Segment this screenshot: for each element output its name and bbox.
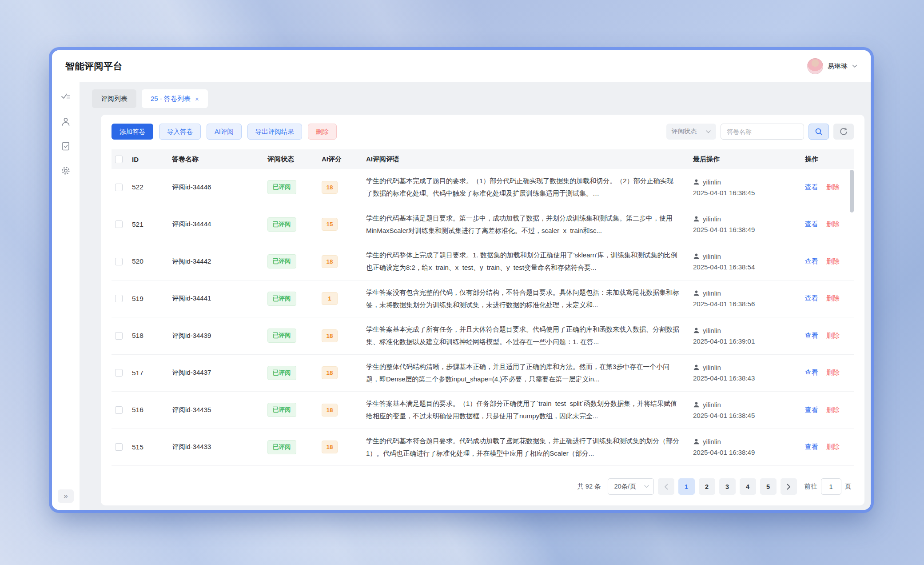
chevron-right-icon — [787, 484, 791, 490]
next-page-button[interactable] — [781, 478, 797, 495]
user-icon[interactable] — [60, 116, 71, 127]
score-badge: 18 — [322, 366, 338, 379]
row-checkbox[interactable] — [115, 258, 123, 265]
gear-icon[interactable] — [60, 165, 71, 176]
tab-answer-sheets[interactable]: 25 - 答卷列表 × — [142, 89, 208, 108]
page-button[interactable]: 4 — [740, 478, 756, 495]
goto-page-input[interactable] — [821, 478, 841, 495]
search-icon — [815, 128, 823, 136]
person-icon — [693, 327, 700, 334]
score-badge: 1 — [322, 292, 338, 305]
search-button[interactable] — [808, 124, 829, 140]
delete-link[interactable]: 删除 — [826, 369, 840, 377]
person-icon — [693, 179, 700, 185]
delete-button[interactable]: 删除 — [308, 124, 337, 140]
score-badge: 18 — [322, 181, 338, 194]
table-row: 519 评阅id-34441 已评阅 1 学生答案没有包含完整的代码，仅有部分结… — [112, 280, 854, 318]
sidebar: » — [52, 82, 80, 510]
view-link[interactable]: 查看 — [805, 406, 818, 414]
page-button[interactable]: 2 — [699, 478, 715, 495]
delete-link[interactable]: 删除 — [826, 183, 840, 192]
prev-page-button[interactable] — [658, 478, 674, 495]
answer-table: ID 答卷名称 评阅状态 AI评分 AI评阅评语 最后操作 操作 522 — [112, 149, 854, 469]
row-name: 评阅id-34444 — [172, 220, 267, 228]
status-badge: 已评阅 — [267, 217, 296, 232]
header-ops: 操作 — [805, 155, 854, 164]
view-link[interactable]: 查看 — [805, 369, 818, 377]
select-all-checkbox[interactable] — [115, 156, 123, 163]
operator-name: yilinlin — [703, 327, 721, 334]
answer-name-input[interactable] — [721, 124, 804, 140]
operation-time: 2025-04-01 16:38:45 — [693, 412, 801, 419]
ai-review-button[interactable]: AI评阅 — [207, 124, 242, 140]
import-answer-button[interactable]: 导入答卷 — [159, 124, 201, 140]
table-row: 520 评阅id-34442 已评阅 18 学生的代码整体上完成了题目要求。1.… — [112, 243, 854, 280]
delete-link[interactable]: 删除 — [826, 443, 840, 451]
row-checkbox[interactable] — [115, 406, 123, 414]
delete-link[interactable]: 删除 — [826, 257, 840, 266]
row-checkbox[interactable] — [115, 369, 123, 377]
row-checkbox[interactable] — [115, 295, 123, 302]
checklist-icon[interactable] — [60, 92, 71, 103]
person-icon — [693, 364, 700, 371]
view-link[interactable]: 查看 — [805, 294, 818, 303]
row-id: 519 — [132, 295, 172, 303]
page-size-select[interactable]: 20条/页 — [608, 478, 654, 495]
row-id: 520 — [132, 257, 172, 265]
row-checkbox[interactable] — [115, 220, 123, 228]
chevron-left-icon — [664, 484, 668, 490]
page-button[interactable]: 3 — [719, 478, 736, 495]
score-badge: 18 — [322, 441, 338, 453]
last-operation: yilinlin 2025-04-01 16:39:01 — [693, 327, 805, 345]
delete-link[interactable]: 删除 — [826, 406, 840, 414]
total-count: 共 92 条 — [577, 482, 601, 491]
view-link[interactable]: 查看 — [805, 257, 818, 266]
header-score: AI评分 — [322, 155, 366, 164]
operation-time: 2025-04-01 16:38:54 — [693, 263, 801, 271]
ai-comment: 学生答案基本满足题目的要求。（1）任务部分正确使用了`train_test_sp… — [366, 397, 680, 422]
page-button[interactable]: 5 — [760, 478, 777, 495]
operator-name: yilinlin — [703, 438, 721, 445]
operator-name: yilinlin — [703, 401, 721, 409]
chevron-down-icon — [644, 485, 649, 488]
page-button[interactable]: 1 — [678, 478, 695, 495]
export-results-button[interactable]: 导出评阅结果 — [247, 124, 302, 140]
view-link[interactable]: 查看 — [805, 220, 818, 228]
view-link[interactable]: 查看 — [805, 183, 818, 192]
table-row: 518 评阅id-34439 已评阅 18 学生答案基本完成了所有任务，并且大体… — [112, 317, 854, 355]
operator-name: yilinlin — [703, 289, 721, 297]
close-icon[interactable]: × — [195, 96, 199, 102]
row-checkbox[interactable] — [115, 332, 123, 340]
ai-comment: 学生答案基本完成了所有任务，并且大体符合题目要求。代码使用了正确的库和函数来载入… — [366, 323, 680, 348]
last-operation: yilinlin 2025-04-01 16:38:49 — [693, 438, 805, 456]
delete-link[interactable]: 删除 — [826, 294, 840, 303]
review-status-select[interactable]: 评阅状态 — [666, 124, 716, 140]
goto-label: 前往 — [805, 482, 817, 491]
last-operation: yilinlin 2025-04-01 16:38:43 — [693, 364, 805, 382]
user-menu[interactable]: 易琳琳 — [807, 58, 857, 74]
delete-link[interactable]: 删除 — [826, 332, 840, 340]
score-badge: 18 — [322, 404, 338, 417]
vertical-scrollbar[interactable] — [850, 170, 854, 212]
ai-comment: 学生的代码基本完成了题目的要求。（1）部分代码正确实现了数据集的加载和切分。（2… — [366, 175, 680, 200]
refresh-button[interactable] — [833, 124, 854, 140]
row-checkbox[interactable] — [115, 443, 123, 451]
status-badge: 已评阅 — [267, 366, 296, 380]
person-icon — [693, 401, 700, 408]
status-badge: 已评阅 — [267, 329, 296, 343]
toolbar: 添加答卷 导入答卷 AI评阅 导出评阅结果 删除 评阅状态 — [112, 124, 854, 140]
row-checkbox[interactable] — [115, 184, 123, 191]
row-id: 521 — [132, 220, 172, 228]
view-link[interactable]: 查看 — [805, 443, 818, 451]
avatar[interactable] — [807, 58, 823, 74]
view-link[interactable]: 查看 — [805, 332, 818, 340]
add-answer-button[interactable]: 添加答卷 — [112, 124, 153, 140]
tab-review-list[interactable]: 评阅列表 — [92, 89, 136, 108]
person-icon — [693, 290, 700, 297]
document-check-icon[interactable] — [60, 141, 71, 152]
sidebar-collapse-button[interactable]: » — [58, 489, 74, 503]
tab-bar: 评阅列表 25 - 答卷列表 × — [92, 89, 864, 108]
header-id: ID — [132, 156, 172, 163]
operation-time: 2025-04-01 16:38:49 — [693, 226, 801, 233]
delete-link[interactable]: 删除 — [826, 220, 840, 228]
